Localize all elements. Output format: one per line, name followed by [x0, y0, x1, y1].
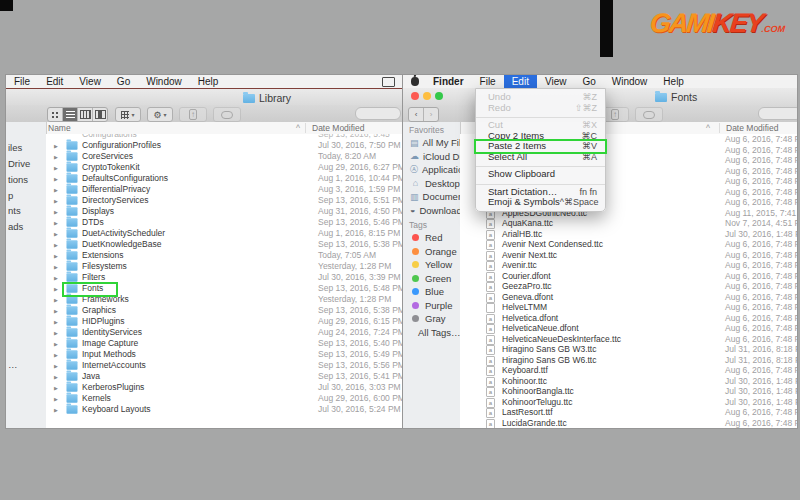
search-input[interactable] — [758, 107, 797, 120]
file-row[interactable]: LastResort.ttfAug 6, 2016, 7:48 PM — [460, 407, 797, 418]
sidebar-item-fragment[interactable]: nts — [8, 205, 21, 216]
back-button[interactable]: ‹ — [409, 108, 424, 121]
sidebar-item[interactable]: All My Files — [403, 136, 460, 150]
folder-row[interactable]: IdentityServicesAug 24, 2016, 7:24 PM — [46, 327, 403, 338]
folder-row[interactable]: DirectoryServicesSep 13, 2016, 5:51 PM — [46, 195, 403, 206]
share-button[interactable] — [179, 107, 207, 122]
file-row[interactable]: Hiragino Sans GB W3.ttcJul 31, 2016, 8:1… — [460, 344, 797, 355]
sidebar-item[interactable]: Applications — [403, 163, 460, 177]
folder-row[interactable]: ExtensionsToday, 7:05 AM — [46, 250, 403, 261]
sidebar-item-fragment[interactable]: ads — [8, 221, 23, 232]
menu-item[interactable]: Show Clipboard — [476, 169, 605, 185]
folder-row[interactable]: DefaultsConfigurationsAug 1, 2016, 10:44… — [46, 173, 403, 184]
menu-bar-item[interactable]: Go — [109, 75, 138, 88]
menu-bar-item[interactable]: Edit — [504, 75, 537, 88]
column-header-date[interactable]: Date Modified — [305, 123, 364, 133]
sidebar-item-fragment[interactable]: … — [8, 359, 18, 370]
display-menu-icon[interactable] — [382, 77, 395, 87]
file-row[interactable]: HelveticaNeueDeskInterface.ttcAug 6, 201… — [460, 334, 797, 345]
menu-item[interactable]: Paste 2 Items ⌘V — [476, 141, 605, 152]
folder-row[interactable]: Keyboard LayoutsJul 30, 2016, 5:24 PM — [46, 404, 403, 415]
menu-item[interactable]: Cut ⌘X — [476, 120, 605, 131]
menu-item[interactable]: Undo ⌘Z — [476, 92, 605, 103]
list-view-button[interactable] — [63, 108, 78, 121]
folder-row[interactable]: Image CaptureSep 13, 2016, 5:40 PM — [46, 338, 403, 349]
tag-item[interactable]: Gray — [403, 312, 460, 326]
file-row[interactable]: Avenir Next.ttcAug 6, 2016, 7:48 PM — [460, 250, 797, 261]
menu-item[interactable]: Select All ⌘A — [476, 152, 605, 168]
file-row[interactable]: HelveLTMMAug 6, 2016, 7:48 PM — [460, 302, 797, 313]
folder-row[interactable]: FilesystemsYesterday, 1:28 PM — [46, 261, 403, 272]
apple-menu-icon[interactable] — [411, 77, 419, 86]
folder-row[interactable]: DuetActivitySchedulerAug 1, 2016, 8:15 P… — [46, 228, 403, 239]
folder-row[interactable]: JavaSep 13, 2016, 5:41 PM — [46, 371, 403, 382]
file-row[interactable]: Avenir.ttcAug 6, 2016, 7:48 PM — [460, 260, 797, 271]
sidebar-item-fragment[interactable]: p — [8, 190, 13, 201]
file-row[interactable]: KohinoorBangla.ttcJul 30, 2016, 1:48 PM — [460, 386, 797, 397]
file-row[interactable]: GeezaPro.ttcAug 6, 2016, 7:48 PM — [460, 281, 797, 292]
folder-row[interactable]: FontsSep 13, 2016, 5:48 PM — [46, 283, 403, 294]
folder-row[interactable]: DTDsSep 13, 2016, 5:46 PM — [46, 217, 403, 228]
sidebar-item[interactable]: Documents — [403, 190, 460, 204]
coverflow-view-button[interactable] — [93, 108, 107, 121]
folder-row[interactable]: DifferentialPrivacyAug 3, 2016, 1:59 PM — [46, 184, 403, 195]
forward-button[interactable]: › — [424, 108, 438, 121]
menu-item[interactable]: Redo ⇧⌘Z — [476, 103, 605, 119]
folder-row[interactable]: Input MethodsSep 13, 2016, 5:49 PM — [46, 349, 403, 360]
tag-item[interactable]: Green — [403, 272, 460, 286]
menu-bar-item[interactable]: File — [472, 75, 504, 88]
action-button[interactable] — [147, 107, 173, 122]
tag-item[interactable]: Red — [403, 231, 460, 245]
tag-item[interactable]: All Tags… — [403, 326, 460, 340]
tag-item[interactable]: Yellow — [403, 258, 460, 272]
menu-bar-item[interactable]: Finder — [425, 75, 472, 88]
file-row[interactable]: AquaKana.ttcNov 7, 2014, 4:51 PM — [460, 218, 797, 229]
menu-bar-item[interactable]: View — [537, 75, 575, 88]
menu-bar-item[interactable]: File — [6, 75, 38, 88]
folder-row[interactable]: CoreServicesToday, 8:20 AM — [46, 151, 403, 162]
menu-bar-item[interactable]: Window — [604, 75, 656, 88]
file-row[interactable]: Keyboard.ttfAug 6, 2016, 7:48 PM — [460, 365, 797, 376]
file-row[interactable]: LucidaGrande.ttcAug 6, 2016, 7:48 PM — [460, 418, 797, 429]
sidebar-item-fragment[interactable]: tions — [8, 174, 28, 185]
folder-row[interactable]: ConfigurationProfilesJul 30, 2016, 7:50 … — [46, 140, 403, 151]
sidebar-item[interactable]: Downloads — [403, 204, 460, 218]
folder-row[interactable]: HIDPluginsAug 29, 2016, 6:15 PM — [46, 316, 403, 327]
file-row[interactable]: Courier.dfontAug 6, 2016, 7:48 PM — [460, 271, 797, 282]
file-row[interactable]: Kohinoor.ttcJul 30, 2016, 1:48 PM — [460, 376, 797, 387]
tags-button[interactable] — [213, 107, 241, 122]
folder-row[interactable]: KerberosPluginsJul 30, 2016, 3:03 PM — [46, 382, 403, 393]
column-view-button[interactable] — [78, 108, 93, 121]
column-header-date[interactable]: Date Modified — [719, 123, 778, 133]
file-row[interactable]: Hiragino Sans GB W6.ttcJul 31, 2016, 8:1… — [460, 355, 797, 366]
menu-bar-item[interactable]: Help — [190, 75, 227, 88]
menu-bar-item[interactable]: Edit — [38, 75, 71, 88]
folder-row[interactable]: GraphicsSep 13, 2016, 5:38 PM — [46, 305, 403, 316]
sort-indicator[interactable]: ^ — [296, 123, 300, 133]
icon-view-button[interactable] — [48, 108, 63, 121]
sidebar-item[interactable]: Desktop — [403, 177, 460, 191]
folder-row[interactable]: DisplaysAug 31, 2016, 4:50 PM — [46, 206, 403, 217]
close-button[interactable] — [411, 92, 419, 100]
menu-bar-item[interactable]: Help — [655, 75, 692, 88]
zoom-button[interactable] — [435, 92, 443, 100]
file-row[interactable]: Helvetica.dfontAug 6, 2016, 7:48 PM — [460, 313, 797, 324]
sort-indicator[interactable]: ^ — [706, 123, 710, 133]
menu-item[interactable]: Emoji & Symbols ^⌘Space — [476, 197, 605, 208]
minimize-button[interactable] — [423, 92, 431, 100]
column-header-name[interactable]: Name — [48, 123, 71, 133]
file-row[interactable]: Geneva.dfontAug 6, 2016, 7:48 PM — [460, 292, 797, 303]
file-row[interactable]: HelveticaNeue.dfontAug 6, 2016, 7:48 PM — [460, 323, 797, 334]
folder-row[interactable]: CryptoTokenKitAug 29, 2016, 6:27 PM — [46, 162, 403, 173]
file-row[interactable]: ArialHB.ttcJul 30, 2016, 1:48 PM — [460, 229, 797, 240]
tag-item[interactable]: Purple — [403, 299, 460, 313]
tag-item[interactable]: Blue — [403, 285, 460, 299]
arrange-button[interactable] — [115, 107, 141, 122]
folder-row[interactable]: KernelsAug 29, 2016, 6:00 PM — [46, 393, 403, 404]
tags-button[interactable] — [635, 107, 663, 122]
sidebar-item-fragment[interactable]: iles — [8, 142, 22, 153]
menu-bar-item[interactable]: Window — [138, 75, 190, 88]
menu-bar-item[interactable]: View — [71, 75, 109, 88]
folder-row[interactable]: InternetAccountsSep 13, 2016, 5:56 PM — [46, 360, 403, 371]
menu-bar-item[interactable]: Go — [574, 75, 603, 88]
